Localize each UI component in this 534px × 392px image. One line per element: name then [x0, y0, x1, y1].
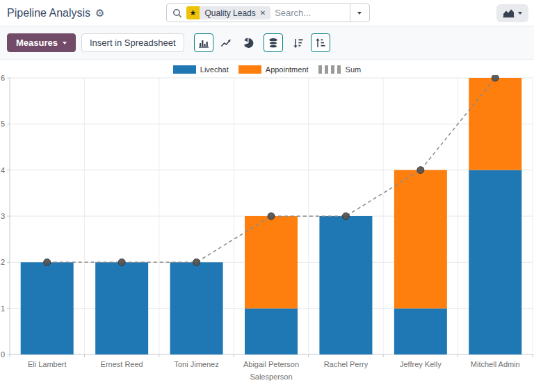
svg-text:Mitchell Admin: Mitchell Admin	[471, 360, 520, 368]
line-chart-button[interactable]	[216, 33, 236, 52]
chart-type-group	[194, 33, 258, 52]
chevron-down-icon	[357, 12, 362, 15]
legend-item-appointment[interactable]: Appointment	[238, 65, 309, 74]
search-facet-label: Quality Leads	[204, 8, 255, 18]
legend-label: Sum	[346, 65, 362, 74]
pipeline-chart-svg: 0123456Eli LambertErnest ReedToni Jimene…	[0, 75, 534, 392]
svg-text:5: 5	[1, 120, 5, 128]
svg-text:Abigail Peterson: Abigail Peterson	[243, 360, 299, 368]
control-panel: Measures Insert in Spreadsheet	[0, 26, 534, 60]
view-switcher-button[interactable]	[496, 4, 528, 22]
favorite-star-icon: ★	[186, 6, 200, 19]
svg-text:6: 6	[1, 75, 5, 82]
measures-button[interactable]: Measures	[7, 33, 76, 52]
chart-legend: LivechatAppointmentSum	[0, 60, 534, 75]
search-icon	[167, 8, 186, 18]
svg-text:4: 4	[1, 166, 5, 174]
chevron-down-icon	[63, 42, 67, 44]
svg-text:Eli Lambert: Eli Lambert	[28, 360, 67, 368]
legend-swatch	[173, 65, 196, 74]
pie-chart-button[interactable]	[238, 33, 258, 52]
pie-chart-icon	[243, 38, 254, 49]
gear-icon[interactable]: ⚙	[95, 8, 104, 18]
measures-label: Measures	[16, 38, 58, 48]
svg-text:2: 2	[1, 258, 5, 266]
legend-swatch	[238, 65, 261, 74]
line-chart-icon	[220, 38, 232, 49]
page-title: Pipeline Analysis	[7, 7, 90, 19]
facet-remove-icon[interactable]: ✕	[260, 9, 266, 17]
area-chart-icon	[503, 8, 515, 18]
search-bar[interactable]: ★ Quality Leads ✕	[166, 3, 370, 22]
legend-swatch	[318, 65, 341, 74]
bar-chart-button[interactable]	[194, 33, 213, 52]
svg-text:3: 3	[1, 212, 5, 220]
bar-chart-icon	[198, 38, 209, 49]
insert-spreadsheet-label: Insert in Spreadsheet	[90, 38, 176, 48]
search-facet[interactable]: ★ Quality Leads ✕	[186, 6, 271, 19]
svg-text:Toni Jimenez: Toni Jimenez	[174, 360, 218, 368]
chevron-down-icon	[518, 12, 522, 15]
svg-text:Salesperson: Salesperson	[250, 373, 292, 381]
svg-text:Jeffrey Kelly: Jeffrey Kelly	[400, 360, 442, 368]
search-input[interactable]	[270, 8, 349, 18]
sort-group	[289, 33, 330, 52]
stacked-icon	[268, 38, 279, 49]
sort-descending-icon	[293, 38, 304, 49]
legend-label: Livechat	[200, 65, 229, 74]
legend-item-livechat[interactable]: Livechat	[173, 65, 229, 74]
sort-descending-button[interactable]	[289, 33, 308, 52]
stacked-group	[264, 33, 283, 52]
svg-text:Rachel Perry: Rachel Perry	[324, 360, 369, 368]
sort-ascending-icon	[315, 38, 326, 49]
insert-in-spreadsheet-button[interactable]: Insert in Spreadsheet	[81, 33, 184, 52]
svg-text:0: 0	[1, 350, 5, 359]
svg-text:1: 1	[1, 304, 5, 313]
legend-item-sum[interactable]: Sum	[318, 65, 362, 74]
top-bar: Pipeline Analysis ⚙ ★ Quality Leads ✕	[0, 0, 534, 26]
legend-label: Appointment	[266, 65, 309, 74]
search-dropdown-toggle[interactable]	[350, 4, 369, 22]
svg-text:Ernest Reed: Ernest Reed	[101, 360, 143, 368]
stacked-button[interactable]	[264, 33, 283, 52]
sort-ascending-button[interactable]	[311, 33, 330, 52]
